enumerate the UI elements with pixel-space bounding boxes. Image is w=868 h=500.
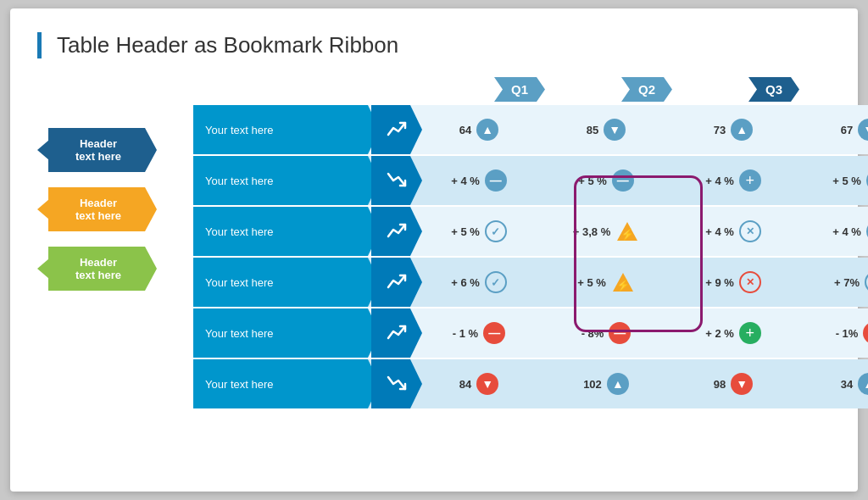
cell-3-q3: + 4 % ✕ [670, 220, 797, 242]
svg-text:⚡: ⚡ [616, 278, 631, 292]
row-data-2: + 4 % — + 5 % — + 4 % + + 5 % [415, 169, 868, 192]
cell-value: - 1% [836, 327, 859, 340]
data-rows: Your text here 64 ▲ 85 ▼ [193, 105, 868, 408]
cell-value: + 5 % [832, 175, 861, 187]
legend: Headertext here Headertext here Headerte… [37, 77, 173, 291]
row-icon-2 [371, 156, 422, 205]
arrow-down-icon: ▼ [604, 119, 626, 141]
cell-1-q1: 64 ▲ [415, 119, 542, 141]
cell-4-q3: + 9 % ✕ [670, 271, 797, 293]
legend-text-green: Headertext here [75, 256, 121, 281]
x-red-icon: ✕ [739, 271, 761, 293]
arrow-down-red-icon: ▼ [476, 373, 498, 395]
cell-4-q4: + 7% ✕ [797, 271, 868, 293]
cell-value: + 6 % [451, 276, 480, 289]
cell-value: 85 [587, 124, 598, 136]
legend-tail-green [37, 258, 49, 279]
bolt-triangle-icon: ⚡ [615, 220, 639, 242]
cell-value: + 4 % [705, 175, 734, 187]
minus-red-icon: — [483, 322, 505, 344]
cell-value: + 5 % [578, 175, 607, 187]
row-label-6: Your text here [193, 359, 380, 408]
check-icon: ✓ [485, 220, 507, 242]
bolt-triangle-orange-icon: ⚡ [611, 271, 635, 293]
row-label-3: Your text here [193, 207, 380, 256]
cell-2-q4: + 5 % — [797, 169, 868, 192]
legend-tail-blue [37, 140, 49, 160]
row-data-3: + 5 % ✓ + 3,8 % ⚡ + 4 % ✕ [415, 220, 868, 242]
cell-6-q2: 102 ▲ [542, 373, 670, 395]
cell-6-q4: 34 ▲ [797, 373, 868, 395]
cell-value: + 4 % [832, 225, 861, 238]
table-row: Your text here + 4 % — + 5 % — [193, 156, 868, 205]
cell-value: - 8% [581, 327, 604, 340]
q3-label: Q3 [748, 77, 799, 102]
cell-value: 102 [583, 378, 602, 391]
legend-item-blue: Headertext here [37, 128, 173, 172]
cell-value: 84 [459, 378, 471, 391]
cell-3-q2: + 3,8 % ⚡ [542, 220, 670, 242]
row-data-6: 84 ▼ 102 ▲ 98 ▼ 34 ▲ [415, 373, 868, 395]
row-label-2: Your text here [193, 156, 380, 205]
legend-box-orange: Headertext here [48, 187, 157, 231]
cell-value: 73 [714, 124, 726, 136]
arrow-up-icon: ▲ [607, 373, 629, 395]
legend-box-blue: Headertext here [48, 128, 157, 172]
row-icon-3 [371, 207, 422, 256]
cell-3-q4: + 4 % ✕ [797, 220, 868, 242]
cell-2-q2: + 5 % — [542, 169, 670, 192]
row-label-1: Your text here [193, 105, 380, 154]
cell-value: 64 [459, 124, 471, 136]
cell-4-q2: + 5 % ⚡ [542, 271, 670, 293]
legend-box-green: Headertext here [48, 247, 157, 291]
q4-header: Q4 [837, 77, 868, 102]
cell-value: + 4 % [451, 175, 480, 187]
cell-value: + 3,8 % [573, 225, 610, 238]
cell-value: 67 [841, 124, 853, 136]
minus-red-icon: — [863, 322, 868, 344]
table-row: Your text here 84 ▼ 102 ▲ [193, 359, 868, 408]
cell-4-q1: + 6 % ✓ [415, 271, 542, 293]
cell-1-q3: 73 ▲ [670, 119, 797, 141]
minus-icon: — [485, 169, 507, 192]
cell-5-q1: - 1 % — [415, 322, 542, 344]
arrow-down-red-icon: ▼ [731, 373, 753, 395]
row-icon-1 [371, 105, 422, 154]
check-blue-icon: ✓ [485, 271, 507, 293]
cell-value: - 1 % [453, 327, 478, 340]
cell-5-q4: - 1% — [797, 322, 868, 344]
x-icon: ✕ [739, 220, 761, 242]
row-label-5: Your text here [193, 308, 380, 358]
cell-6-q1: 84 ▼ [415, 373, 542, 395]
cell-value: + 5 % [577, 276, 606, 289]
table-row: Your text here + 6 % ✓ + 5 % ⚡ [193, 258, 868, 307]
legend-text-blue: Headertext here [75, 137, 121, 163]
minus-icon: — [612, 169, 634, 192]
slide: Table Header as Bookmark Ribbon Headerte… [10, 8, 858, 492]
cell-value: + 5 % [451, 225, 480, 238]
legend-text-orange: Headertext here [75, 197, 121, 222]
cell-2-q3: + 4 % + [670, 169, 797, 192]
cell-value: 34 [841, 378, 853, 391]
quarter-headers: Q1 Q2 Q3 Q4 [456, 77, 868, 102]
cell-3-q1: + 5 % ✓ [415, 220, 542, 242]
plus-icon: + [739, 169, 761, 192]
cell-value: + 9 % [705, 276, 734, 289]
legend-item-orange: Headertext here [37, 187, 173, 231]
cell-value: 98 [714, 378, 726, 391]
table-area: Q1 Q2 Q3 Q4 Your text here [193, 77, 868, 408]
arrow-up-icon: ▲ [476, 119, 498, 141]
q1-label: Q1 [494, 77, 545, 102]
row-data-4: + 6 % ✓ + 5 % ⚡ + 9 % ✕ [415, 271, 868, 293]
slide-title: Table Header as Bookmark Ribbon [37, 32, 831, 58]
row-label-4: Your text here [193, 258, 380, 307]
main-content: Headertext here Headertext here Headerte… [37, 77, 831, 408]
arrow-up-icon: ▲ [731, 119, 753, 141]
q2-label: Q2 [621, 77, 672, 102]
cell-1-q2: 85 ▼ [542, 119, 670, 141]
q2-header: Q2 [583, 77, 710, 102]
table-row: Your text here 64 ▲ 85 ▼ [193, 105, 868, 154]
cell-5-q2: - 8% — [542, 322, 670, 344]
row-data-5: - 1 % — - 8% — + 2 % + - 1% [415, 322, 868, 344]
cell-value: + 7% [834, 276, 860, 289]
